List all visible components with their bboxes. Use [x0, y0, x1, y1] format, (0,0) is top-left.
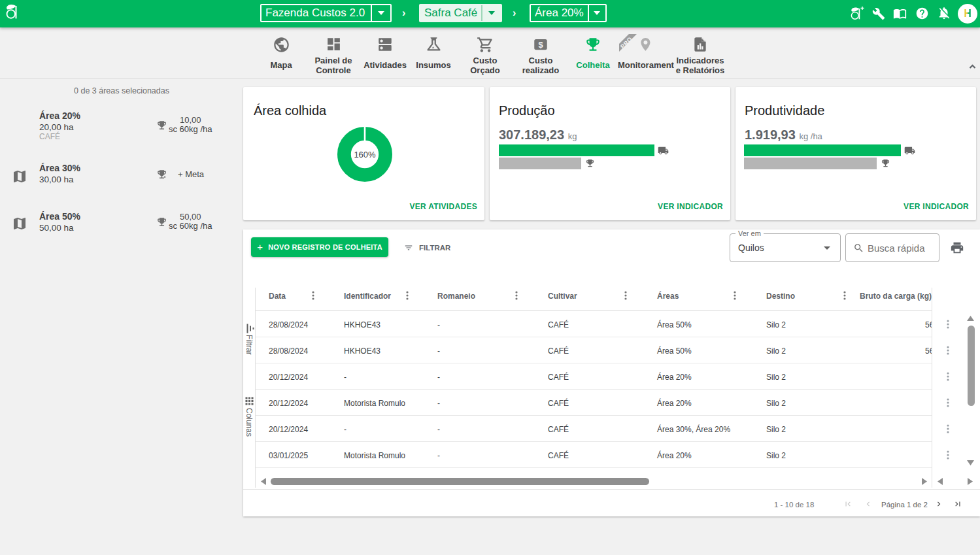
- svg-text:$: $: [538, 40, 543, 50]
- svg-text:160%: 160%: [354, 150, 376, 160]
